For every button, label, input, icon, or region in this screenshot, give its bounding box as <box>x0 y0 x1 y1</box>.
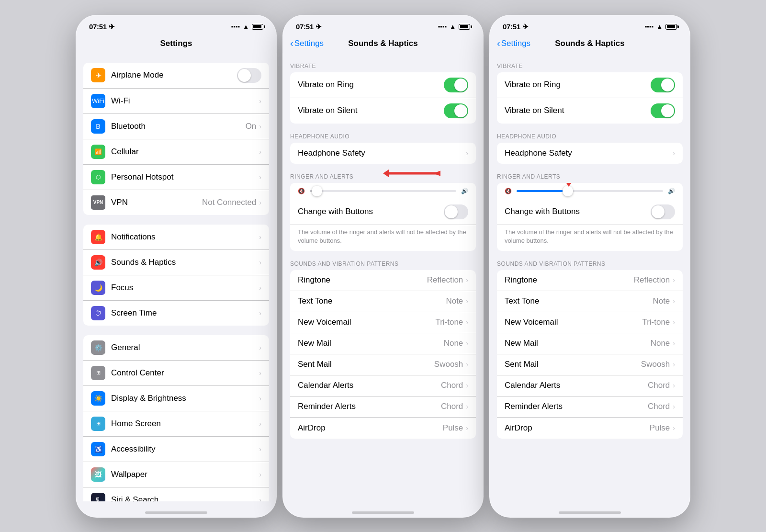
item-focus[interactable]: 🌙 Focus › <box>83 275 269 301</box>
texttone-label-3: Text Tone <box>505 296 653 306</box>
reminder-item[interactable]: Reminder Alerts Chord › <box>290 396 476 418</box>
vibrate-ring-item-3[interactable]: Vibrate on Ring <box>497 72 683 98</box>
change-buttons-toggle[interactable] <box>444 204 468 219</box>
calendar-item[interactable]: Calendar Alerts Chord › <box>290 375 476 396</box>
newmail-item-3[interactable]: New Mail None › <box>497 333 683 354</box>
ringer-group-3: 🔇 🔊 Change with Buttons The volume of th… <box>497 183 683 251</box>
vibrate-ring-toggle[interactable] <box>444 78 468 92</box>
ringer-slider-track-3[interactable] <box>517 190 663 192</box>
section-general: ⚙️ General › ⊞ Control Center › ☀️ Displ… <box>83 335 269 501</box>
headphone-safety-item-3[interactable]: Headphone Safety › <box>497 143 683 164</box>
chevron-icon: › <box>259 496 261 501</box>
chevron-icon: › <box>259 259 261 266</box>
vibrate-silent-toggle-3[interactable] <box>651 103 675 118</box>
airdrop-item[interactable]: AirDrop Pulse › <box>290 418 476 439</box>
item-screentime[interactable]: ⏱ Screen Time › <box>83 301 269 326</box>
chevron-icon: › <box>673 424 675 432</box>
sentmail-item[interactable]: Sent Mail Swoosh › <box>290 354 476 375</box>
airdrop-label-3: AirDrop <box>505 423 650 433</box>
item-wifi[interactable]: WiFi Wi-Fi › <box>83 89 269 114</box>
item-label: Bluetooth <box>111 122 246 131</box>
chevron-icon: › <box>466 276 468 284</box>
sounds-patterns-group-3: Ringtone Reflection › Text Tone Note › N… <box>497 270 683 439</box>
item-homescreen[interactable]: ⊞ Home Screen › <box>83 411 269 437</box>
voicemail-value-3: Tri-tone <box>642 317 670 327</box>
reminder-item-3[interactable]: Reminder Alerts Chord › <box>497 396 683 418</box>
ringer-description: The volume of the ringer and alerts will… <box>290 225 476 251</box>
chevron-icon: › <box>259 123 261 130</box>
battery-icon-2 <box>459 24 470 30</box>
change-buttons-toggle-3[interactable] <box>651 204 675 219</box>
calendar-value: Chord <box>441 381 463 390</box>
back-button-2[interactable]: ‹ Settings <box>290 39 324 48</box>
change-buttons-item[interactable]: Change with Buttons <box>290 199 476 225</box>
item-vpn[interactable]: VPN VPN Not Connected › <box>83 190 269 215</box>
item-bluetooth[interactable]: B Bluetooth On › <box>83 114 269 139</box>
svg-marker-6 <box>562 183 576 187</box>
ringer-header-container-2: RINGER AND ALERTS <box>282 164 484 183</box>
item-airplane[interactable]: ✈ Airplane Mode <box>83 63 269 89</box>
item-hotspot[interactable]: ⬡ Personal Hotspot › <box>83 165 269 190</box>
back-label-3[interactable]: Settings <box>501 39 530 48</box>
newmail-item[interactable]: New Mail None › <box>290 333 476 354</box>
ringtone-value-3: Reflection <box>634 275 670 285</box>
item-wallpaper[interactable]: 🖼 Wallpaper › <box>83 462 269 487</box>
group-general: ⚙️ General › ⊞ Control Center › ☀️ Displ… <box>83 335 269 501</box>
voicemail-item-3[interactable]: New Voicemail Tri-tone › <box>497 312 683 333</box>
item-general[interactable]: ⚙️ General › <box>83 335 269 361</box>
slider-thumb[interactable] <box>312 186 322 196</box>
back-chevron-icon: ‹ <box>497 38 500 48</box>
item-label: Display & Brightness <box>111 394 259 403</box>
controlcenter-icon: ⊞ <box>91 366 105 380</box>
calendar-item-3[interactable]: Calendar Alerts Chord › <box>497 375 683 396</box>
ringer-slider-track[interactable] <box>310 190 456 192</box>
item-siri[interactable]: 🎙 Siri & Search › <box>83 487 269 501</box>
signal-icon-2: ▪▪▪▪ <box>438 23 447 30</box>
item-sounds-haptics[interactable]: 🔊 Sounds & Haptics › <box>83 250 269 275</box>
sounds-patterns-header-3: SOUNDS AND VIBRATION PATTERNS <box>489 251 690 270</box>
vibrate-ring-label-3: Vibrate on Ring <box>505 80 651 90</box>
settings-content: ✈ Airplane Mode WiFi Wi-Fi › B Bluetooth… <box>76 53 277 501</box>
screentime-icon: ⏱ <box>91 306 105 320</box>
item-accessibility[interactable]: ♿ Accessibility › <box>83 437 269 462</box>
chevron-icon: › <box>259 148 261 156</box>
change-buttons-item-3[interactable]: Change with Buttons <box>497 199 683 225</box>
vibrate-ring-item[interactable]: Vibrate on Ring <box>290 72 476 98</box>
item-label: Airplane Mode <box>111 70 237 80</box>
status-icons-2: ▪▪▪▪ ▲ <box>438 23 470 30</box>
item-notifications[interactable]: 🔔 Notifications › <box>83 225 269 250</box>
item-cellular[interactable]: 📶 Cellular › <box>83 139 269 165</box>
item-controlcenter[interactable]: ⊞ Control Center › <box>83 361 269 386</box>
voicemail-item[interactable]: New Voicemail Tri-tone › <box>290 312 476 333</box>
section-connectivity: ✈ Airplane Mode WiFi Wi-Fi › B Bluetooth… <box>83 63 269 215</box>
item-label: Control Center <box>111 368 259 378</box>
ringtone-item-3[interactable]: Ringtone Reflection › <box>497 270 683 291</box>
status-bar-3: 07:51 ✈ ▪▪▪▪ ▲ <box>489 15 690 36</box>
item-display[interactable]: ☀️ Display & Brightness › <box>83 386 269 411</box>
wifi-icon: WiFi <box>91 94 105 108</box>
airdrop-item-3[interactable]: AirDrop Pulse › <box>497 418 683 439</box>
ringtone-item[interactable]: Ringtone Reflection › <box>290 270 476 291</box>
vibrate-silent-toggle[interactable] <box>444 103 468 118</box>
back-label-2[interactable]: Settings <box>294 39 324 48</box>
texttone-item-3[interactable]: Text Tone Note › <box>497 291 683 312</box>
headphone-header-3: HEADPHONE AUDIO <box>489 124 690 143</box>
cellular-icon: 📶 <box>91 145 105 159</box>
change-buttons-label: Change with Buttons <box>298 207 444 216</box>
vibrate-silent-item[interactable]: Vibrate on Silent <box>290 98 476 124</box>
chevron-icon: › <box>466 382 468 389</box>
headphone-safety-item[interactable]: Headphone Safety › <box>290 143 476 164</box>
item-label: Screen Time <box>111 308 259 318</box>
item-label: Wi-Fi <box>111 96 259 106</box>
texttone-item[interactable]: Text Tone Note › <box>290 291 476 312</box>
airplane-toggle[interactable] <box>237 68 261 83</box>
vibrate-ring-toggle-3[interactable] <box>651 78 675 92</box>
sounds-patterns-group-2: Ringtone Reflection › Text Tone Note › N… <box>290 270 476 439</box>
voicemail-label: New Voicemail <box>298 317 435 327</box>
sentmail-item-3[interactable]: Sent Mail Swoosh › <box>497 354 683 375</box>
vibrate-silent-item-3[interactable]: Vibrate on Silent <box>497 98 683 124</box>
item-label: Cellular <box>111 147 259 157</box>
sentmail-value: Swoosh <box>434 360 463 369</box>
page-title-3: Sounds & Haptics <box>555 39 624 48</box>
back-button-3[interactable]: ‹ Settings <box>497 39 530 48</box>
